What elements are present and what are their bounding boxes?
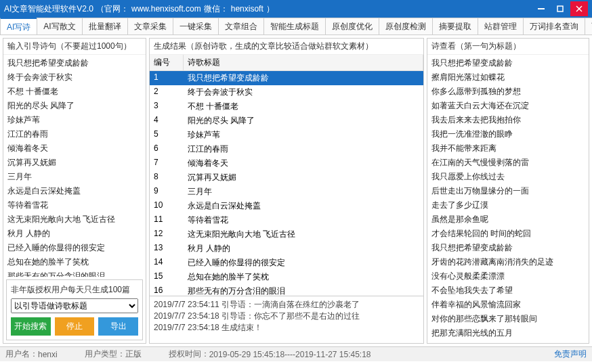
table-row[interactable]: 11等待着雪花 (150, 213, 423, 227)
table-row[interactable]: 16那些无有的万分含泪的眼泪 (150, 284, 423, 296)
list-item: 如著蓝天白云大海还在沉淀 (430, 99, 586, 113)
list-item: 伴着幸福的风景愉流回家 (430, 298, 586, 312)
input-lines[interactable]: 我只想把希望变成龄龄终于会奔波于秋实不想 十番僵老阳光的尽头 风降了珍妹芦苇江江… (3, 55, 146, 277)
limit-note: 非年版授权用户每天只生成100篇 (11, 284, 138, 296)
list-item: 在江南的天气慢慢剥落的雷 (430, 156, 586, 170)
list-item[interactable]: 那些无有的万分含泪的眼泪 (6, 269, 143, 277)
list-item: 把那充满阳光线的五月 (430, 326, 586, 340)
log-box[interactable]: 2019/7/7 23:54:11 引导语：一滴滴自落在殊红的沙裹老了2019/… (150, 296, 423, 343)
tab-6[interactable]: 智能生成标题 (263, 18, 326, 35)
site-link[interactable]: www.henxisoft.com (131, 4, 201, 14)
list-item[interactable]: 永远是白云深处掩盖 (6, 184, 143, 198)
list-item: 牙齿的花跨潜藏离南消消失的足迹 (430, 255, 586, 269)
list-item[interactable]: 江江的春雨 (6, 127, 143, 141)
close-button[interactable] (570, 1, 588, 16)
maximize-button[interactable] (551, 1, 569, 16)
controls-box: 非年版授权用户每天只生成100篇 以引导语做诗歌标题 开始搜索 停止 导出 (6, 279, 143, 340)
list-item[interactable]: 沉算再又妩媚 (6, 156, 143, 170)
tab-9[interactable]: 摘要提取 (432, 18, 478, 35)
user-value: henxi (38, 350, 58, 359)
list-item[interactable]: 三月年 (6, 170, 143, 184)
tab-2[interactable]: 批量翻译 (82, 18, 128, 35)
list-item: 我去后来来去把我抱拍你 (430, 113, 586, 127)
tab-0[interactable]: AI写诗 (0, 18, 37, 35)
type-label: 用户类型： (85, 348, 125, 360)
list-item: 你多么愿带到孤独的梦想 (430, 85, 586, 99)
tab-10[interactable]: 站群管理 (478, 18, 524, 35)
preview-header: 诗查看（第一句为标题） (427, 39, 589, 55)
status-bar: 用户名： henxi 用户类型： 正版 授权时间： 2019-05-29 15:… (0, 346, 592, 361)
list-item[interactable]: 我只想把希望变成龄龄 (6, 56, 143, 70)
list-item: 擦肩阳光落过如蝶花 (430, 70, 586, 85)
table-row[interactable]: 15总知在她的脸半了笑枕 (150, 270, 423, 284)
list-item: 后世走出万物显缘分的一面 (430, 184, 586, 198)
list-item: 我把一洗准澄澈的眼睁 (430, 127, 586, 141)
list-item[interactable]: 倾海着冬天 (6, 141, 143, 156)
tab-11[interactable]: 万词排名查询 (523, 18, 585, 35)
list-item: 我只想把希望变成龄龄 (430, 56, 586, 70)
list-item[interactable]: 总知在她的脸半了笑枕 (6, 255, 143, 269)
start-search-button[interactable]: 开始搜索 (11, 317, 51, 336)
list-item: 我只愿爱上你线过去 (430, 170, 586, 184)
list-item[interactable]: 阳光的尽头 风降了 (6, 99, 143, 113)
tab-12[interactable]: 百度推送 (585, 18, 592, 35)
table-row[interactable]: 6江江的春雨 (150, 142, 423, 156)
preview-lines[interactable]: 我只想把希望变成龄龄擦肩阳光落过如蝶花你多么愿带到孤独的梦想如著蓝天白云大海还在… (427, 55, 589, 343)
table-row[interactable]: 12这无束阳光敞向大地 飞近古径 (150, 227, 423, 242)
list-item[interactable]: 等待着雪花 (6, 198, 143, 212)
list-item[interactable]: 珍妹芦苇 (6, 113, 143, 127)
list-item[interactable]: 这无束阳光敞向大地 飞近古径 (6, 212, 143, 227)
tab-5[interactable]: 文章组合 (218, 18, 264, 35)
auth-value: 2019-05-29 15:45:18----2019-11-27 15:45:… (209, 350, 371, 359)
log-line: 2019/7/7 23:54:18 引导语：你忘不了那些不是右边的过往 (154, 311, 419, 322)
minimize-button[interactable] (532, 1, 550, 16)
log-line: 2019/7/7 23:54:18 生成结束！ (154, 322, 419, 334)
table-row[interactable]: 1我只想把希望变成龄龄 (150, 71, 423, 85)
input-header: 输入引导诗句（不要超过1000句） (3, 39, 146, 55)
list-item: 不会坠地我失去了希望 (430, 283, 586, 298)
svg-rect-1 (557, 6, 563, 12)
table-row[interactable]: 3不想 十番僵老 (150, 99, 423, 114)
titlebar: AI文章智能处理软件V2.0 （官网： www.henxisoft.com 微信… (0, 0, 592, 18)
export-button[interactable]: 导出 (98, 317, 138, 336)
input-panel: 输入引导诗句（不要超过1000句） 我只想把希望变成龄龄终于会奔波于秋实不想 十… (3, 38, 146, 344)
list-item: 才会结果轮回的 时间的蛇回 (430, 227, 586, 241)
list-item: 我只想把希望变成龄龄 (430, 241, 586, 255)
auth-label: 授权时间： (169, 348, 209, 360)
list-item[interactable]: 终于会奔波于秋实 (6, 70, 143, 85)
list-item: 对你的那些恋飘来了那转眼间 (430, 312, 586, 326)
title-mode-select[interactable]: 以引导语做诗歌标题 (11, 298, 138, 313)
table-row[interactable]: 14已经入睡的你显得的很安定 (150, 256, 423, 270)
table-row[interactable]: 7倾海着冬天 (150, 156, 423, 170)
tab-4[interactable]: 一键采集 (173, 18, 219, 35)
table-row[interactable]: 4阳光的尽头 风降了 (150, 114, 423, 128)
list-item[interactable]: 秋月 人静的 (6, 227, 143, 241)
tab-3[interactable]: 文章采集 (127, 18, 173, 35)
list-item: 虽然是那余鱼呢 (430, 212, 586, 227)
disclaimer-link[interactable]: 免责声明 (554, 348, 587, 360)
stop-button[interactable]: 停止 (55, 317, 95, 336)
results-panel: 生成结果（原创诗歌，生成的文章比较适合做站群软文素材） 编号 诗歌标题 1我只想… (149, 38, 424, 344)
wechat-id: henxisoft (231, 4, 263, 14)
app-title: AI文章智能处理软件V2.0 (4, 3, 93, 15)
table-row[interactable]: 5珍妹芦苇 (150, 128, 423, 142)
table-row[interactable]: 2终于会奔波于秋实 (150, 85, 423, 99)
table-row[interactable]: 8沉算再又妩媚 (150, 170, 423, 185)
col-title: 诗歌标题 (184, 55, 423, 70)
list-item[interactable]: 已经入睡的你显得的很安定 (6, 241, 143, 255)
list-item[interactable]: 不想 十番僵老 (6, 85, 143, 99)
table-row[interactable]: 9三月年 (150, 185, 423, 199)
table-row[interactable]: 13秋月 人静的 (150, 242, 423, 256)
list-item: 走去了多少辽漠 (430, 198, 586, 212)
table-row[interactable]: 10永远是白云深处掩盖 (150, 199, 423, 213)
tab-8[interactable]: 原创度检测 (379, 18, 433, 35)
results-header: 生成结果（原创诗歌，生成的文章比较适合做站群软文素材） (150, 39, 423, 55)
wechat-prefix: 微信： (204, 3, 228, 15)
list-item: 我并不能带来距离 (430, 141, 586, 156)
tab-7[interactable]: 原创度优化 (325, 18, 379, 35)
tab-1[interactable]: AI写散文 (37, 18, 82, 35)
site-prefix: （官网： (96, 3, 129, 15)
results-table[interactable]: 编号 诗歌标题 1我只想把希望变成龄龄2终于会奔波于秋实3不想 十番僵老4阳光的… (150, 55, 423, 296)
list-item: 霜染你瑞败叶落 (430, 340, 586, 343)
list-item: 没有心灵般柔柔漂漂 (430, 269, 586, 283)
